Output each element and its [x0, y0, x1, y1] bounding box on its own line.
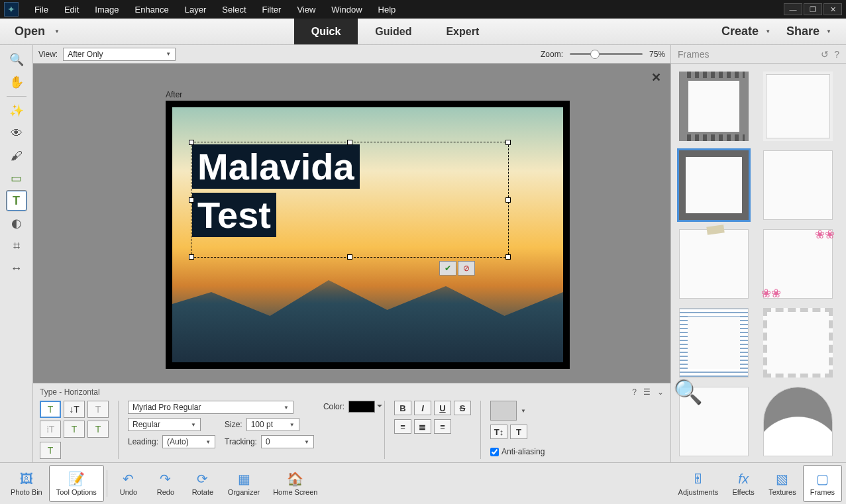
italic-button[interactable]: I [414, 401, 431, 415]
open-button[interactable]: Open ▼ [0, 19, 74, 44]
tab-guided[interactable]: Guided [358, 19, 429, 44]
options-title: Type - Horizontal [40, 387, 100, 397]
text-orientation-button[interactable]: T [510, 425, 527, 439]
commit-text-button[interactable]: ✔ [439, 261, 456, 276]
resize-handle-top-right[interactable] [505, 140, 511, 145]
create-button[interactable]: Create ▼ [716, 25, 776, 38]
move-tool[interactable]: ↔ [6, 258, 27, 279]
whiten-teeth-tool[interactable]: 🖌 [6, 145, 27, 166]
resize-handle-bottom-right[interactable] [505, 254, 511, 260]
redo-button[interactable]: ↷ Redo [147, 465, 184, 502]
type-on-path-button[interactable]: T [40, 442, 61, 459]
tool-options-button[interactable]: 📝 Tool Options [49, 465, 104, 502]
cancel-text-button[interactable]: ⊘ [458, 261, 475, 276]
canvas-area[interactable]: ✕ After Malavida Test [33, 64, 670, 383]
quick-select-tool[interactable]: ✨ [6, 100, 27, 121]
close-document-button[interactable]: ✕ [651, 70, 661, 85]
type-mask-horizontal-button[interactable]: T [87, 401, 109, 418]
textures-button[interactable]: ▧ Textures [762, 465, 803, 502]
spot-heal-tool[interactable]: ◐ [6, 213, 27, 234]
frame-magnify[interactable] [679, 387, 749, 456]
hand-tool[interactable]: ✋ [6, 72, 27, 93]
menu-file[interactable]: File [26, 5, 56, 15]
frame-filmstrip[interactable] [679, 72, 749, 141]
window-close-button[interactable]: ✕ [823, 3, 842, 15]
align-left-button[interactable]: ≡ [394, 419, 411, 434]
frame-flowers[interactable] [763, 229, 833, 299]
organizer-button[interactable]: ▦ Organizer [221, 465, 266, 502]
help-icon[interactable]: ? [632, 387, 637, 397]
menu-filter[interactable]: Filter [254, 5, 290, 15]
font-size-select[interactable]: 100 pt▼ [246, 418, 299, 431]
app-logo-icon [4, 2, 19, 17]
menu-image[interactable]: Image [87, 5, 127, 15]
menu-view[interactable]: View [289, 5, 323, 15]
resize-handle-mid-right[interactable] [505, 197, 511, 203]
photobin-button[interactable]: 🖼 Photo Bin [4, 465, 49, 502]
type-tool[interactable]: T [6, 190, 27, 211]
frames-button[interactable]: ▢ Frames [803, 465, 842, 502]
type-vertical-button[interactable]: ↓T [64, 401, 85, 418]
help-icon[interactable]: ? [834, 49, 839, 60]
separator [7, 96, 26, 97]
type-horizontal-button[interactable]: T [40, 401, 61, 418]
view-mode-select[interactable]: After Only ▼ [63, 48, 176, 61]
rotate-button[interactable]: ⟳ Rotate [184, 465, 221, 502]
zoom-slider-knob[interactable] [590, 50, 600, 59]
zoom-slider[interactable] [570, 53, 643, 55]
undo-button[interactable]: ↶ Undo [110, 465, 147, 502]
resize-handle-top-mid[interactable] [347, 140, 352, 145]
menu-enhance[interactable]: Enhance [127, 5, 177, 15]
type-on-shape-button[interactable]: T [87, 421, 109, 438]
strikethrough-button[interactable]: S [454, 401, 471, 415]
leading-select[interactable]: (Auto)▼ [162, 435, 215, 448]
resize-handle-bottom-mid[interactable] [347, 254, 352, 260]
home-screen-button[interactable]: 🏠 Home Screen [266, 465, 324, 502]
bold-button[interactable]: B [394, 401, 411, 415]
menu-layer[interactable]: Layer [177, 5, 215, 15]
frame-arch[interactable] [763, 387, 833, 456]
window-minimize-button[interactable]: — [784, 3, 802, 15]
menu-edit[interactable]: Edit [56, 5, 87, 15]
underline-button[interactable]: U [434, 401, 451, 415]
antialias-checkbox[interactable] [490, 448, 499, 456]
tab-expert[interactable]: Expert [429, 19, 496, 44]
font-style-select[interactable]: Regular▼ [128, 418, 201, 431]
frame-gingham[interactable] [679, 308, 749, 378]
frame-taped[interactable] [679, 229, 749, 299]
crop-tool[interactable]: ⌗ [6, 235, 27, 256]
text-color-picker[interactable] [348, 401, 375, 413]
warp-text-button[interactable]: T↕ [490, 425, 507, 439]
menu-select[interactable]: Select [214, 5, 254, 15]
redeye-tool[interactable]: 👁 [6, 123, 27, 144]
font-family-select[interactable]: Myriad Pro Regular▼ [128, 401, 293, 414]
resize-handle-top-left[interactable] [189, 140, 194, 145]
menu-window[interactable]: Window [323, 5, 370, 15]
panel-menu-icon[interactable]: ☰ [643, 387, 651, 397]
resize-handle-mid-left[interactable] [189, 197, 194, 203]
align-center-button[interactable]: ≣ [414, 419, 431, 434]
modebar: Open ▼ Quick Guided Expert Create ▼ Shar… [0, 19, 846, 45]
align-right-button[interactable]: ≡ [434, 419, 451, 434]
window-restore-button[interactable]: ❐ [804, 3, 822, 15]
tracking-select[interactable]: 0▼ [261, 435, 314, 448]
text-orientation-preview[interactable] [490, 401, 517, 421]
reset-icon[interactable]: ↺ [821, 49, 829, 60]
frame-plain[interactable] [763, 150, 833, 220]
straighten-tool[interactable]: ▭ [6, 168, 27, 189]
frame-stamp[interactable] [763, 308, 833, 378]
type-on-selection-button[interactable]: T [64, 421, 85, 438]
tab-quick[interactable]: Quick [294, 19, 358, 44]
share-button[interactable]: Share ▼ [781, 25, 837, 38]
resize-handle-bottom-left[interactable] [189, 254, 194, 260]
zoom-tool[interactable]: 🔍 [6, 49, 27, 70]
effects-button[interactable]: fx Effects [725, 465, 762, 502]
text-selection-box[interactable]: ✔ ⊘ [191, 142, 509, 258]
type-mask-vertical-button[interactable]: ⁞T [40, 421, 61, 438]
document-image[interactable]: Malavida Test ✔ ⊘ [172, 107, 563, 362]
frame-thick-gray[interactable] [679, 150, 749, 220]
frame-simple-light[interactable] [763, 72, 833, 141]
adjustments-button[interactable]: 🎚 Adjustments [672, 465, 725, 502]
menu-help[interactable]: Help [370, 5, 404, 15]
collapse-icon[interactable]: ⌄ [657, 387, 664, 397]
